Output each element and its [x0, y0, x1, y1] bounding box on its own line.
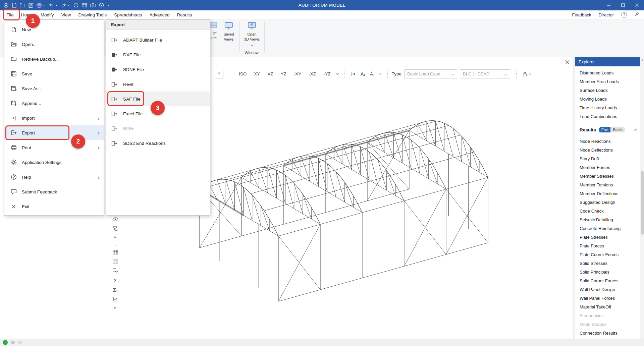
view-xz[interactable]: -XZ	[305, 70, 319, 78]
view-xy[interactable]: XY	[251, 70, 263, 78]
spreadsheet-icon[interactable]	[82, 3, 87, 7]
explorer-item-time-history-loads[interactable]: Time History Loads	[575, 103, 640, 112]
expand-right-icon[interactable]: ▸	[110, 233, 121, 240]
file-menu-item-help[interactable]: Help›	[4, 170, 104, 184]
explorer-item-plate-corner-forces[interactable]: Plate Corner Forces	[575, 250, 640, 259]
more-dots-icon[interactable]: …	[110, 240, 121, 247]
explorer-item-wall-panel-forces[interactable]: Wall Panel Forces	[575, 294, 640, 302]
print-button-group[interactable]	[37, 3, 45, 8]
result-chart-icon[interactable]	[110, 294, 121, 304]
view-xy[interactable]: -XY	[290, 70, 305, 78]
close-view-icon[interactable]	[564, 59, 571, 65]
scrollbar-thumb[interactable]	[641, 171, 644, 235]
explorer-item-member-torsions[interactable]: Member Torsions	[575, 180, 640, 189]
file-menu-item-exit[interactable]: Exit	[4, 199, 104, 214]
open-file-icon[interactable]	[20, 3, 25, 7]
menu-file[interactable]: File	[3, 10, 17, 19]
new-file-icon[interactable]	[12, 3, 16, 8]
redo-button-group[interactable]	[61, 3, 70, 7]
explorer-item-node-deflections[interactable]: Node Deflections	[575, 146, 640, 154]
explorer-item-material-takeoff[interactable]: Material TakeOff	[575, 302, 640, 311]
director-button[interactable]: Director	[598, 12, 614, 17]
menu-drawing-tools[interactable]: Drawing Tools	[75, 10, 111, 19]
explorer-item-plate-forces[interactable]: Plate Forces	[575, 241, 640, 250]
camera-icon[interactable]	[90, 3, 96, 7]
file-menu-item-open[interactable]: Open...	[4, 37, 104, 52]
lock-button[interactable]	[520, 70, 534, 78]
results-section-header[interactable]: Results Env Batch	[575, 125, 640, 135]
file-menu-item-submit-feedback[interactable]: Submit Feedback	[4, 184, 104, 199]
batch-toggle[interactable]: Batch	[610, 127, 625, 132]
render-mode-3-icon[interactable]	[367, 70, 377, 78]
file-menu-item-retrieve-backup[interactable]: Retrieve Backup...	[4, 52, 104, 66]
file-menu-item-save[interactable]: Save	[4, 66, 104, 81]
saved-views-button[interactable]: Saved Views	[219, 21, 238, 42]
save-icon[interactable]	[29, 3, 33, 8]
explorer-item-seismic-detailing[interactable]: Seismic Detailing	[575, 215, 640, 224]
explorer-item-member-area-loads[interactable]: Member Area Loads	[575, 77, 640, 86]
export-item-bim[interactable]: BIM+	[106, 121, 210, 136]
spreadsheet-grid-icon[interactable]	[110, 247, 121, 257]
explorer-item-wall-panel-design[interactable]: Wall Panel Design	[575, 285, 640, 294]
explorer-item-plate-stresses[interactable]: Plate Stresses	[575, 233, 640, 241]
menu-results[interactable]: Results	[173, 10, 196, 19]
explorer-item-node-reactions[interactable]: Node Reactions	[575, 137, 640, 146]
menu-view[interactable]: View	[58, 10, 75, 19]
spreadsheet-grid-alt-icon[interactable]	[110, 257, 121, 266]
filter-table-icon[interactable]	[110, 266, 121, 276]
visibility-eye-icon[interactable]	[110, 215, 121, 224]
file-menu-item-export[interactable]: Export›	[4, 125, 104, 140]
filter-check-icon[interactable]	[110, 224, 121, 233]
rotation-angle-input[interactable]: °	[215, 70, 223, 78]
toolbar-caret-icon[interactable]	[107, 4, 110, 6]
export-item-revit[interactable]: Revit	[106, 77, 210, 92]
menu-modify[interactable]: Modify	[37, 10, 58, 19]
minimize-icon[interactable]	[602, 0, 616, 10]
load-case-type-select[interactable]: Basic Load Case	[404, 69, 457, 78]
export-item-sdnf-file[interactable]: SDNF File	[106, 62, 210, 77]
explorer-item-solid-corner-forces[interactable]: Solid Corner Forces	[575, 276, 640, 285]
view-yz[interactable]: -YZ	[320, 70, 334, 78]
view-xz[interactable]: XZ	[264, 70, 276, 78]
info-icon[interactable]	[99, 3, 104, 8]
menu-spreadsheets[interactable]: Spreadsheets	[110, 10, 146, 19]
render-mode-1-icon[interactable]	[348, 70, 358, 78]
explorer-item-solid-stresses[interactable]: Solid Stresses	[575, 259, 640, 268]
render-caret-icon[interactable]	[379, 73, 382, 75]
file-menu-item-import[interactable]: Import›	[4, 111, 104, 125]
expand-right-icon[interactable]: ▸	[110, 304, 121, 311]
undo-button-group[interactable]	[49, 3, 58, 7]
export-item-sds2-end-reactions[interactable]: SDS2 End Reactions	[106, 136, 210, 151]
menu-advanced[interactable]: Advanced	[146, 10, 173, 19]
close-icon[interactable]	[630, 0, 644, 10]
pin-icon[interactable]	[634, 12, 639, 18]
app-logo-icon[interactable]	[3, 3, 9, 8]
erase-icon[interactable]	[73, 3, 78, 8]
explorer-item-suggested-design[interactable]: Suggested Design	[575, 198, 640, 207]
export-item-dxf-file[interactable]: DXF File	[106, 47, 210, 62]
explorer-item-load-combinations[interactable]: Load Combinations	[575, 112, 640, 121]
view-iso[interactable]: ISO	[235, 70, 250, 78]
file-menu-item-new[interactable]: New	[4, 22, 104, 37]
feedback-button[interactable]: Feedback	[572, 12, 591, 17]
blc-select[interactable]: BLC 1: DEAD	[460, 69, 510, 78]
file-menu-item-print[interactable]: Print›	[4, 140, 104, 155]
explorer-item-concrete-reinforcing[interactable]: Concrete Reinforcing	[575, 224, 640, 233]
help-icon[interactable]: ?	[621, 12, 627, 18]
explorer-item-member-stresses[interactable]: Member Stresses	[575, 172, 640, 180]
explorer-item-member-forces[interactable]: Member Forces	[575, 163, 640, 172]
open-3d-views-button[interactable]: Open 3D Views	[241, 21, 262, 47]
export-item-adapt-builder-file[interactable]: ADAPT Builder File	[106, 33, 210, 47]
explorer-item-solid-principals[interactable]: Solid Principals	[575, 268, 640, 276]
file-menu-item-application-settings[interactable]: Application Settings	[4, 155, 104, 170]
render-mode-2-icon[interactable]	[358, 70, 367, 78]
file-menu-item-append[interactable]: Append...	[4, 96, 104, 111]
explorer-item-member-deflections[interactable]: Member Deflections	[575, 189, 640, 198]
explorer-item-moving-loads[interactable]: Moving Loads	[575, 95, 640, 103]
explorer-item-distributed-loads[interactable]: Distributed Loads	[575, 68, 640, 77]
views-caret-icon[interactable]	[336, 73, 339, 75]
sum-icon[interactable]: Σ	[110, 276, 121, 285]
explorer-item-surface-loads[interactable]: Surface Loads	[575, 86, 640, 95]
view-yz[interactable]: YZ	[277, 70, 290, 78]
maximize-icon[interactable]	[616, 0, 630, 10]
